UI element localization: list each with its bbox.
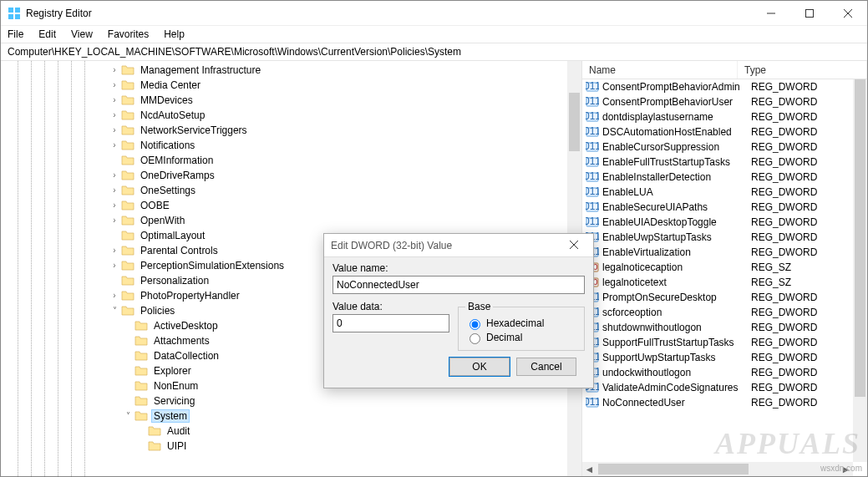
tree-item[interactable]: ›NcdAutoSetup xyxy=(1,108,581,123)
list-row[interactable]: ablegalnoticecaptionREG_SZ xyxy=(582,260,853,275)
chevron-down-icon[interactable]: ˅ xyxy=(108,307,121,315)
folder-icon xyxy=(121,244,135,257)
svg-text:011: 011 xyxy=(586,140,599,152)
list-scrollbar-v[interactable] xyxy=(853,79,867,462)
chevron-down-icon[interactable]: ˅ xyxy=(121,412,135,420)
list-row[interactable]: 011undockwithoutlogonREG_DWORD xyxy=(582,365,853,380)
list-row[interactable]: 011EnableLUAREG_DWORD xyxy=(582,185,853,200)
tree-item[interactable]: ›OpenWith xyxy=(1,213,581,228)
titlebar[interactable]: Registry Editor xyxy=(1,1,867,26)
hexadecimal-radio[interactable] xyxy=(470,319,480,330)
tree-scroll-thumb[interactable] xyxy=(569,93,580,151)
list-row[interactable]: ablegalnoticetextREG_SZ xyxy=(582,275,853,290)
list-scroll-thumb-h[interactable] xyxy=(598,464,749,474)
tree-item[interactable]: ›Notifications xyxy=(1,138,581,153)
list-row[interactable]: 011NoConnectedUserREG_DWORD xyxy=(582,395,853,410)
tree-item[interactable]: ›NetworkServiceTriggers xyxy=(1,123,581,138)
chevron-right-icon[interactable]: › xyxy=(108,292,121,300)
value-type: REG_DWORD xyxy=(751,156,817,168)
scroll-left-arrow[interactable]: ◄ xyxy=(582,462,596,476)
minimize-button[interactable] xyxy=(752,1,790,26)
tree-item[interactable]: UIPI xyxy=(1,439,581,454)
folder-icon xyxy=(121,304,135,317)
list-row[interactable]: 011EnableFullTrustStartupTasksREG_DWORD xyxy=(582,155,853,170)
dialog-close-button[interactable] xyxy=(561,240,586,251)
value-type: REG_DWORD xyxy=(751,81,817,93)
tree-item[interactable]: ›MMDevices xyxy=(1,93,581,108)
cancel-button[interactable]: Cancel xyxy=(516,358,576,376)
folder-icon xyxy=(121,259,135,272)
value-name: ValidateAdminCodeSignatures xyxy=(602,382,751,393)
tree-item[interactable]: Servicing xyxy=(1,393,581,408)
maximize-button[interactable] xyxy=(790,1,829,26)
scroll-right-arrow[interactable]: ► xyxy=(839,462,853,476)
chevron-right-icon[interactable]: › xyxy=(108,171,121,180)
menu-edit[interactable]: Edit xyxy=(37,27,58,42)
value-type: REG_DWORD xyxy=(751,292,817,303)
list-row[interactable]: 011EnableCursorSuppressionREG_DWORD xyxy=(582,140,853,155)
dialog-titlebar[interactable]: Edit DWORD (32-bit) Value xyxy=(324,234,593,257)
close-button[interactable] xyxy=(829,1,867,26)
chevron-right-icon[interactable]: › xyxy=(108,216,121,225)
list-row[interactable]: 011ValidateAdminCodeSignaturesREG_DWORD xyxy=(582,380,853,395)
ok-button[interactable]: OK xyxy=(449,358,510,376)
list-row[interactable]: 011ConsentPromptBehaviorAdminREG_DWORD xyxy=(582,79,853,94)
list-row[interactable]: 011EnableUwpStartupTasksREG_DWORD xyxy=(582,230,853,245)
tree-item[interactable]: OEMInformation xyxy=(1,153,581,168)
tree-item-label: OneSettings xyxy=(138,184,198,197)
list-row[interactable]: 011shutdownwithoutlogonREG_DWORD xyxy=(582,320,853,335)
list-scroll-thumb-v[interactable] xyxy=(855,79,865,397)
menu-help[interactable]: Help xyxy=(162,27,186,42)
svg-rect-1 xyxy=(15,8,20,13)
list-row[interactable]: 011SupportFullTrustStartupTasksREG_DWORD xyxy=(582,335,853,350)
svg-text:011: 011 xyxy=(586,155,599,167)
chevron-right-icon[interactable]: › xyxy=(108,246,121,255)
folder-icon xyxy=(121,139,135,152)
tree-item[interactable]: Audit xyxy=(1,424,581,439)
list-row[interactable]: 011SupportUwpStartupTasksREG_DWORD xyxy=(582,350,853,365)
menu-view[interactable]: View xyxy=(69,27,94,42)
chevron-right-icon[interactable]: › xyxy=(108,126,121,134)
menu-favorites[interactable]: Favorites xyxy=(106,27,150,42)
list-row[interactable]: 011EnableUIADesktopToggleREG_DWORD xyxy=(582,215,853,230)
tree-item[interactable]: ›OOBE xyxy=(1,198,581,213)
chevron-right-icon[interactable]: › xyxy=(108,141,121,150)
chevron-right-icon[interactable]: › xyxy=(108,261,121,270)
value-type: REG_DWORD xyxy=(751,126,817,138)
chevron-right-icon[interactable]: › xyxy=(108,111,121,119)
tree-item[interactable]: ˅System xyxy=(1,408,581,424)
list-pane[interactable]: Name Type 011ConsentPromptBehaviorAdminR… xyxy=(582,61,867,476)
value-data-field[interactable] xyxy=(332,314,449,332)
chevron-right-icon[interactable]: › xyxy=(108,201,121,210)
list-row[interactable]: 011EnableInstallerDetectionREG_DWORD xyxy=(582,170,853,185)
value-name: dontdisplaylastusername xyxy=(602,111,751,123)
value-name: EnableFullTrustStartupTasks xyxy=(602,156,751,168)
edit-dword-dialog: Edit DWORD (32-bit) Value Value name: Va… xyxy=(323,233,594,388)
list-row[interactable]: 011dontdisplaylastusernameREG_DWORD xyxy=(582,109,853,124)
dialog-body: Value name: Value data: Base Hexadecimal… xyxy=(324,257,593,381)
dword-value-icon: 011 xyxy=(586,125,599,139)
chevron-right-icon[interactable]: › xyxy=(108,96,121,104)
list-row[interactable]: 011EnableVirtualizationREG_DWORD xyxy=(582,245,853,260)
value-name-field[interactable] xyxy=(332,276,585,294)
chevron-right-icon[interactable]: › xyxy=(108,81,121,89)
tree-item[interactable]: ›Management Infrastructure xyxy=(1,63,581,78)
tree-item[interactable]: ›OneSettings xyxy=(1,183,581,198)
menu-file[interactable]: File xyxy=(6,27,25,42)
tree-item[interactable]: ›Media Center xyxy=(1,78,581,93)
list-row[interactable]: 011scforceoptionREG_DWORD xyxy=(582,305,853,320)
list-row[interactable]: 011EnableSecureUIAPathsREG_DWORD xyxy=(582,200,853,215)
column-type[interactable]: Type xyxy=(738,61,867,79)
address-bar[interactable]: Computer\HKEY_LOCAL_MACHINE\SOFTWARE\Mic… xyxy=(1,43,867,61)
decimal-radio[interactable] xyxy=(470,333,480,344)
list-row[interactable]: 011ConsentPromptBehaviorUserREG_DWORD xyxy=(582,94,853,109)
list-row[interactable]: 011PromptOnSecureDesktopREG_DWORD xyxy=(582,290,853,305)
value-name: ConsentPromptBehaviorAdmin xyxy=(602,81,751,93)
list-row[interactable]: 011DSCAutomationHostEnabledREG_DWORD xyxy=(582,124,853,140)
tree-item-label: Policies xyxy=(138,304,177,317)
chevron-right-icon[interactable]: › xyxy=(108,66,121,74)
chevron-right-icon[interactable]: › xyxy=(108,186,121,195)
list-scrollbar-h[interactable]: ◄ ► xyxy=(582,462,853,476)
column-name[interactable]: Name xyxy=(582,61,738,79)
tree-item[interactable]: ›OneDriveRamps xyxy=(1,168,581,183)
